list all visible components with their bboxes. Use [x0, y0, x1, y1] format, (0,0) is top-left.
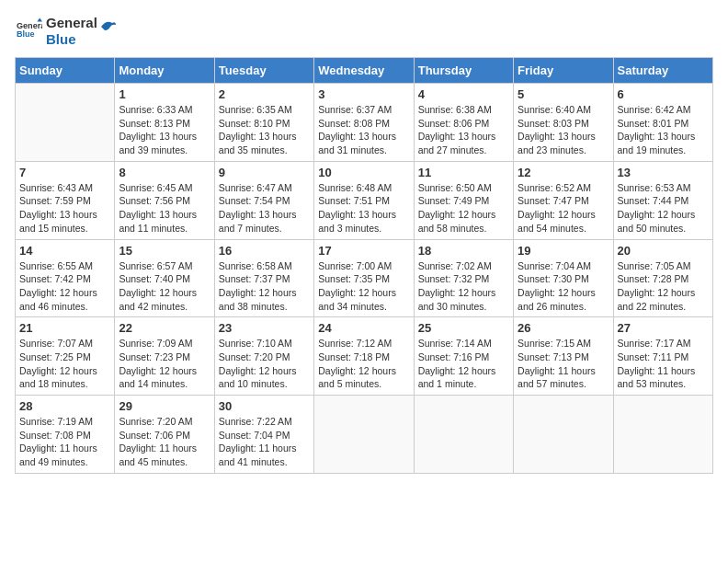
calendar-week-4: 21Sunrise: 7:07 AM Sunset: 7:25 PM Dayli… [16, 317, 713, 396]
day-number: 14 [19, 244, 110, 258]
day-number: 21 [19, 321, 110, 335]
calendar-cell: 18Sunrise: 7:02 AM Sunset: 7:32 PM Dayli… [414, 239, 513, 317]
calendar-week-3: 14Sunrise: 6:55 AM Sunset: 7:42 PM Dayli… [16, 239, 713, 317]
day-number: 26 [518, 321, 609, 335]
day-info: Sunrise: 7:07 AM Sunset: 7:25 PM Dayligh… [19, 337, 110, 391]
calendar-cell: 8Sunrise: 6:45 AM Sunset: 7:56 PM Daylig… [115, 161, 214, 239]
calendar-cell: 29Sunrise: 7:20 AM Sunset: 7:06 PM Dayli… [115, 396, 214, 474]
day-header-tuesday: Tuesday [214, 58, 313, 84]
calendar-cell: 13Sunrise: 6:53 AM Sunset: 7:44 PM Dayli… [613, 161, 712, 239]
day-number: 19 [518, 244, 609, 258]
day-info: Sunrise: 6:57 AM Sunset: 7:40 PM Dayligh… [119, 259, 210, 314]
calendar-cell [514, 396, 613, 474]
day-info: Sunrise: 6:40 AM Sunset: 8:03 PM Dayligh… [518, 103, 609, 157]
day-header-saturday: Saturday [613, 58, 712, 84]
day-header-wednesday: Wednesday [314, 58, 414, 84]
day-number: 22 [119, 321, 210, 335]
calendar-cell: 21Sunrise: 7:07 AM Sunset: 7:25 PM Dayli… [16, 317, 115, 396]
calendar-cell: 11Sunrise: 6:50 AM Sunset: 7:49 PM Dayli… [414, 161, 513, 239]
calendar-cell: 5Sunrise: 6:40 AM Sunset: 8:03 PM Daylig… [514, 84, 613, 162]
calendar-cell [314, 396, 414, 474]
svg-text:General: General [17, 21, 42, 30]
day-number: 28 [19, 399, 110, 413]
calendar-cell: 22Sunrise: 7:09 AM Sunset: 7:23 PM Dayli… [115, 317, 214, 396]
calendar-cell [16, 84, 115, 162]
logo-icon: General Blue [17, 17, 42, 42]
calendar-cell: 7Sunrise: 6:43 AM Sunset: 7:59 PM Daylig… [16, 161, 115, 239]
day-info: Sunrise: 6:45 AM Sunset: 7:56 PM Dayligh… [119, 181, 210, 236]
calendar-cell: 15Sunrise: 6:57 AM Sunset: 7:40 PM Dayli… [115, 239, 214, 317]
day-info: Sunrise: 6:42 AM Sunset: 8:01 PM Dayligh… [618, 103, 709, 157]
day-number: 15 [119, 244, 210, 258]
calendar-cell: 4Sunrise: 6:38 AM Sunset: 8:06 PM Daylig… [414, 84, 513, 162]
day-number: 10 [318, 166, 409, 179]
day-number: 1 [119, 87, 210, 101]
logo-blue: Blue [46, 31, 97, 48]
calendar-table: SundayMondayTuesdayWednesdayThursdayFrid… [15, 57, 713, 474]
day-info: Sunrise: 6:47 AM Sunset: 7:54 PM Dayligh… [219, 181, 310, 236]
day-number: 16 [219, 244, 310, 258]
day-info: Sunrise: 7:12 AM Sunset: 7:18 PM Dayligh… [318, 337, 409, 391]
svg-marker-2 [37, 17, 42, 21]
calendar-cell: 9Sunrise: 6:47 AM Sunset: 7:54 PM Daylig… [214, 161, 313, 239]
day-number: 29 [119, 399, 210, 413]
page-header: General Blue General Blue [15, 15, 713, 48]
logo-general: General [46, 15, 97, 31]
logo: General Blue General Blue [15, 15, 118, 48]
day-number: 17 [318, 244, 409, 258]
day-info: Sunrise: 6:52 AM Sunset: 7:47 PM Dayligh… [518, 181, 609, 236]
day-info: Sunrise: 7:02 AM Sunset: 7:32 PM Dayligh… [418, 259, 509, 314]
day-info: Sunrise: 6:35 AM Sunset: 8:10 PM Dayligh… [219, 103, 310, 157]
day-header-thursday: Thursday [414, 58, 513, 84]
day-number: 13 [618, 166, 709, 179]
calendar-cell: 16Sunrise: 6:58 AM Sunset: 7:37 PM Dayli… [214, 239, 313, 317]
day-info: Sunrise: 7:20 AM Sunset: 7:06 PM Dayligh… [119, 415, 210, 469]
day-header-sunday: Sunday [16, 58, 115, 84]
day-header-monday: Monday [115, 58, 214, 84]
day-info: Sunrise: 7:15 AM Sunset: 7:13 PM Dayligh… [518, 337, 609, 391]
logo-bird-icon [99, 17, 118, 36]
day-info: Sunrise: 7:22 AM Sunset: 7:04 PM Dayligh… [219, 415, 310, 469]
day-number: 23 [219, 321, 310, 335]
calendar-cell: 10Sunrise: 6:48 AM Sunset: 7:51 PM Dayli… [314, 161, 414, 239]
day-info: Sunrise: 6:53 AM Sunset: 7:44 PM Dayligh… [618, 181, 709, 236]
calendar-week-5: 28Sunrise: 7:19 AM Sunset: 7:08 PM Dayli… [16, 396, 713, 474]
day-info: Sunrise: 6:37 AM Sunset: 8:08 PM Dayligh… [318, 103, 409, 157]
day-info: Sunrise: 6:33 AM Sunset: 8:13 PM Dayligh… [119, 103, 210, 157]
day-number: 7 [19, 166, 110, 179]
calendar-week-1: 1Sunrise: 6:33 AM Sunset: 8:13 PM Daylig… [16, 84, 713, 162]
day-info: Sunrise: 7:19 AM Sunset: 7:08 PM Dayligh… [19, 415, 110, 469]
day-number: 11 [418, 166, 509, 179]
calendar-cell: 25Sunrise: 7:14 AM Sunset: 7:16 PM Dayli… [414, 317, 513, 396]
day-number: 9 [219, 166, 310, 179]
day-info: Sunrise: 6:43 AM Sunset: 7:59 PM Dayligh… [19, 181, 110, 236]
day-number: 8 [119, 166, 210, 179]
calendar-cell: 19Sunrise: 7:04 AM Sunset: 7:30 PM Dayli… [514, 239, 613, 317]
calendar-cell: 27Sunrise: 7:17 AM Sunset: 7:11 PM Dayli… [613, 317, 712, 396]
day-info: Sunrise: 7:14 AM Sunset: 7:16 PM Dayligh… [418, 337, 509, 391]
calendar-cell: 20Sunrise: 7:05 AM Sunset: 7:28 PM Dayli… [613, 239, 712, 317]
day-number: 30 [219, 399, 310, 413]
day-number: 18 [418, 244, 509, 258]
day-info: Sunrise: 6:58 AM Sunset: 7:37 PM Dayligh… [219, 259, 310, 314]
day-info: Sunrise: 6:50 AM Sunset: 7:49 PM Dayligh… [418, 181, 509, 236]
calendar-week-2: 7Sunrise: 6:43 AM Sunset: 7:59 PM Daylig… [16, 161, 713, 239]
day-number: 2 [219, 87, 310, 101]
day-info: Sunrise: 7:04 AM Sunset: 7:30 PM Dayligh… [518, 259, 609, 314]
calendar-cell: 24Sunrise: 7:12 AM Sunset: 7:18 PM Dayli… [314, 317, 414, 396]
day-info: Sunrise: 7:10 AM Sunset: 7:20 PM Dayligh… [219, 337, 310, 391]
calendar-cell: 3Sunrise: 6:37 AM Sunset: 8:08 PM Daylig… [314, 84, 414, 162]
day-number: 12 [518, 166, 609, 179]
day-info: Sunrise: 7:17 AM Sunset: 7:11 PM Dayligh… [618, 337, 709, 391]
day-info: Sunrise: 6:38 AM Sunset: 8:06 PM Dayligh… [418, 103, 509, 157]
calendar-header-row: SundayMondayTuesdayWednesdayThursdayFrid… [16, 58, 713, 84]
calendar-cell: 28Sunrise: 7:19 AM Sunset: 7:08 PM Dayli… [16, 396, 115, 474]
calendar-cell: 1Sunrise: 6:33 AM Sunset: 8:13 PM Daylig… [115, 84, 214, 162]
calendar-cell: 14Sunrise: 6:55 AM Sunset: 7:42 PM Dayli… [16, 239, 115, 317]
day-number: 4 [418, 87, 509, 101]
calendar-cell: 26Sunrise: 7:15 AM Sunset: 7:13 PM Dayli… [514, 317, 613, 396]
calendar-cell [613, 396, 712, 474]
day-number: 24 [318, 321, 409, 335]
day-number: 6 [618, 87, 709, 101]
svg-text:Blue: Blue [17, 29, 35, 39]
